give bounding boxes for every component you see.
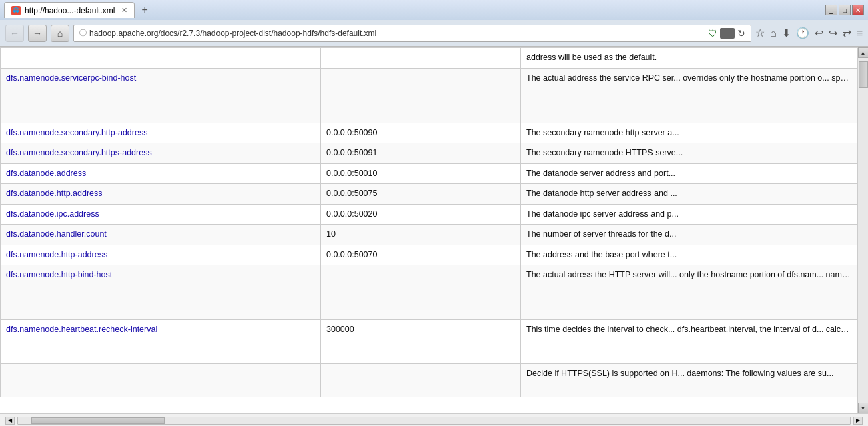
config-desc: The secondary namenode HTTPS serve... (521, 143, 858, 164)
config-desc: The datanode server address and port... (521, 163, 858, 184)
status-bar: ◀ ▶ (0, 413, 868, 426)
scroll-right-arrow[interactable]: ▶ (853, 417, 863, 425)
verify-icon (720, 28, 735, 39)
scroll-left-arrow[interactable]: ◀ (5, 417, 15, 425)
table-row: dfs.namenode.http-bind-host The actual a… (1, 265, 858, 320)
back-arrow-icon[interactable]: ↩ (815, 27, 823, 39)
config-value: 300000 (321, 320, 521, 364)
config-name: dfs.namenode.servicerpc-bind-host (1, 68, 321, 123)
table-row: address will be used as the default. (1, 48, 858, 69)
table-row: dfs.namenode.secondary.https-address 0.0… (1, 143, 858, 164)
config-name (1, 364, 321, 397)
table-row: dfs.namenode.secondary.http-address 0.0.… (1, 123, 858, 143)
scroll-track[interactable] (858, 58, 868, 403)
table-row: dfs.datanode.handler.count 10 The number… (1, 225, 858, 245)
config-value (321, 68, 521, 123)
config-desc: The address and the base port where t... (521, 245, 858, 265)
config-name: dfs.datanode.address (1, 163, 321, 184)
reload-button[interactable]: ↻ (737, 28, 745, 39)
config-name: dfs.namenode.secondary.http-address (1, 123, 321, 143)
config-desc: The datanode http server address and ... (521, 184, 858, 205)
config-value: 0.0.0.0:50091 (321, 143, 521, 164)
config-desc: This time decides the interval to check.… (521, 320, 858, 364)
config-value: 0.0.0.0:50090 (321, 123, 521, 143)
window-controls: _ □ ✕ (825, 5, 864, 15)
table-wrapper: address will be used as the default. dfs… (0, 47, 857, 413)
config-value: 0.0.0.0:50020 (321, 204, 521, 225)
scroll-up-arrow[interactable]: ▲ (858, 47, 869, 58)
info-icon: ⓘ (79, 28, 87, 38)
table-row: dfs.namenode.servicerpc-bind-host The ac… (1, 68, 858, 123)
table-row: dfs.datanode.address 0.0.0.0:50010 The d… (1, 163, 858, 184)
config-name (1, 48, 321, 69)
config-value: 0.0.0.0:50075 (321, 184, 521, 205)
config-table: address will be used as the default. dfs… (0, 47, 857, 397)
config-name: dfs.namenode.http-bind-host (1, 265, 321, 320)
vertical-scrollbar[interactable]: ▲ ▼ (857, 47, 868, 413)
config-value: 10 (321, 225, 521, 245)
tab-favicon: 🌐 (11, 6, 21, 15)
config-value: 0.0.0.0:50070 (321, 245, 521, 265)
new-tab-button[interactable]: + (137, 4, 151, 16)
table-row: dfs.namenode.heartbeat.recheck-interval … (1, 320, 858, 364)
config-name: dfs.namenode.secondary.https-address (1, 143, 321, 164)
back-button[interactable]: ← (5, 25, 24, 42)
url-text: hadoop.apache.org/docs/r2.7.3/hadoop-pro… (89, 29, 705, 38)
browser-content: address will be used as the default. dfs… (0, 47, 868, 413)
menu-icon[interactable]: ≡ (857, 27, 863, 39)
toolbar-icons: ☆ ⌂ ⬇ 🕐 ↩ ↪ ⇄ ≡ (755, 27, 863, 39)
config-desc: Decide if HTTPS(SSL) is supported on H..… (521, 364, 858, 397)
table-row: dfs.namenode.http-address 0.0.0.0:50070 … (1, 245, 858, 265)
config-desc: The actual adress the HTTP server will..… (521, 265, 858, 320)
forward-arrow-icon[interactable]: ↪ (829, 27, 837, 39)
minimize-button[interactable]: _ (825, 5, 837, 15)
config-desc: The number of server threads for the d..… (521, 225, 858, 245)
config-desc: address will be used as the default. (521, 48, 858, 69)
history-icon[interactable]: 🕐 (796, 27, 809, 39)
forward-button[interactable]: → (28, 25, 47, 42)
window-chrome: 🌐 http://hadoo...-default.xml ✕ + _ □ ✕ … (0, 0, 868, 47)
config-desc: The datanode ipc server address and p... (521, 204, 858, 225)
h-scroll-thumb[interactable] (31, 417, 165, 424)
config-name: dfs.datanode.ipc.address (1, 204, 321, 225)
config-name: dfs.namenode.http-address (1, 245, 321, 265)
config-desc: The secondary namenode http server a... (521, 123, 858, 143)
home-icon[interactable]: ⌂ (770, 27, 777, 39)
download-icon[interactable]: ⬇ (782, 27, 791, 39)
title-bar: 🌐 http://hadoo...-default.xml ✕ + _ □ ✕ (0, 0, 868, 20)
scroll-down-arrow[interactable]: ▼ (858, 403, 869, 413)
address-bar: ← → ⌂ ⓘ hadoop.apache.org/docs/r2.7.3/ha… (0, 20, 868, 47)
shield-icon: 🛡 (708, 28, 717, 39)
scroll-thumb[interactable] (859, 61, 868, 88)
browser-tab[interactable]: 🌐 http://hadoo...-default.xml ✕ (4, 2, 135, 18)
table-row: Decide if HTTPS(SSL) is supported on H..… (1, 364, 858, 397)
table-row: dfs.datanode.http.address 0.0.0.0:50075 … (1, 184, 858, 205)
config-name: dfs.datanode.http.address (1, 184, 321, 205)
horizontal-scrollbar[interactable] (17, 417, 851, 425)
sync-icon[interactable]: ⇄ (843, 27, 851, 39)
config-value (321, 48, 521, 69)
url-box[interactable]: ⓘ hadoop.apache.org/docs/r2.7.3/hadoop-p… (73, 25, 751, 42)
table-row: dfs.datanode.ipc.address 0.0.0.0:50020 T… (1, 204, 858, 225)
tab-title: http://hadoo...-default.xml (25, 6, 115, 15)
bookmark-star-icon[interactable]: ☆ (755, 27, 765, 39)
home-button[interactable]: ⌂ (51, 25, 69, 42)
config-value (321, 364, 521, 397)
close-button[interactable]: ✕ (852, 5, 864, 15)
maximize-button[interactable]: □ (839, 5, 851, 15)
config-name: dfs.namenode.heartbeat.recheck-interval (1, 320, 321, 364)
config-value: 0.0.0.0:50010 (321, 163, 521, 184)
config-desc: The actual address the service RPC ser..… (521, 68, 858, 123)
tab-close-button[interactable]: ✕ (121, 6, 127, 15)
title-bar-left: 🌐 http://hadoo...-default.xml ✕ + (4, 2, 152, 18)
config-value (321, 265, 521, 320)
config-name: dfs.datanode.handler.count (1, 225, 321, 245)
